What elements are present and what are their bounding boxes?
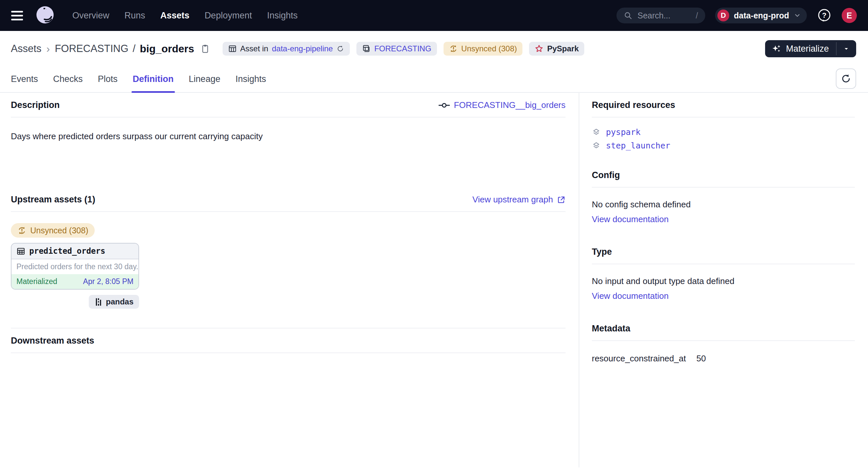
asset-card-name: predicted_orders: [29, 246, 105, 256]
search-input[interactable]: Search... /: [617, 7, 705, 23]
upstream-section-header: Upstream assets (1) View upstream graph: [11, 187, 565, 212]
breadcrumb-group[interactable]: FORECASTING: [55, 43, 129, 55]
avatar[interactable]: E: [842, 8, 857, 23]
dagster-logo[interactable]: [35, 5, 55, 26]
upstream-asset-card[interactable]: predicted_orders Predicted orders for th…: [11, 243, 139, 290]
type-section-header: Type: [592, 240, 855, 264]
type-empty-state: No input and output type data defined Vi…: [592, 264, 855, 316]
op-link[interactable]: FORECASTING__big_orders: [439, 100, 565, 110]
metadata-key: resource_constrained_at: [592, 353, 696, 364]
search-placeholder: Search...: [638, 11, 690, 21]
metadata-table: resource_constrained_at 50: [592, 341, 855, 376]
page-title: big_orders: [140, 43, 194, 55]
deployment-badge: D: [717, 9, 729, 21]
svg-text:?: ?: [822, 11, 826, 20]
downstream-title: Downstream assets: [11, 336, 94, 346]
tab-lineage[interactable]: Lineage: [189, 74, 220, 92]
resource-link[interactable]: pyspark: [606, 127, 641, 137]
deployment-switcher[interactable]: D data-eng-prod: [715, 7, 807, 23]
nav-item-runs[interactable]: Runs: [125, 10, 145, 21]
job-icon: [228, 45, 237, 53]
hamburger-icon[interactable]: [10, 8, 24, 23]
tag-group[interactable]: FORECASTING: [356, 42, 437, 56]
sync-warning-icon: [449, 45, 458, 53]
asset-card-description: Predicted orders for the next 30 day...: [11, 259, 138, 274]
table-icon: [17, 247, 25, 256]
search-shortcut: /: [696, 11, 698, 21]
search-icon: [624, 11, 632, 20]
help-icon[interactable]: ?: [817, 8, 832, 23]
resources-title: Required resources: [592, 100, 675, 110]
type-empty-text: No input and output type data defined: [592, 276, 855, 286]
tag-job-prefix: Asset in: [240, 44, 268, 53]
tab-insights[interactable]: Insights: [236, 74, 266, 92]
config-empty-state: No config schema defined View documentat…: [592, 187, 855, 240]
nav-right: Search... / D data-eng-prod ? E: [617, 7, 857, 23]
asset-tags: Asset in data-eng-pipeline FORECASTING U…: [223, 42, 585, 56]
breadcrumb: Assets › FORECASTING / big_orders: [11, 43, 194, 55]
tab-events[interactable]: Events: [11, 74, 38, 92]
metadata-row: resource_constrained_at 50: [592, 353, 855, 364]
resources-list: pyspark step_launcher: [592, 117, 855, 163]
config-empty-text: No config schema defined: [592, 200, 855, 210]
metadata-section-header: Metadata: [592, 316, 855, 341]
group-icon: [362, 45, 371, 53]
nav-item-deployment[interactable]: Deployment: [205, 10, 252, 21]
tab-plots[interactable]: Plots: [98, 74, 118, 92]
op-link-label: FORECASTING__big_orders: [454, 100, 565, 110]
materialization-timestamp[interactable]: Apr 2, 8:05 PM: [83, 277, 133, 286]
tab-definition[interactable]: Definition: [133, 74, 174, 92]
config-docs-link[interactable]: View documentation: [592, 214, 669, 225]
copy-icon[interactable]: [200, 44, 210, 54]
breadcrumb-assets[interactable]: Assets: [11, 43, 41, 55]
resource-item-pyspark: pyspark: [592, 127, 855, 137]
breadcrumb-chevron: ›: [46, 43, 51, 55]
type-docs-link[interactable]: View documentation: [592, 291, 669, 301]
page-header: Assets › FORECASTING / big_orders Asset …: [0, 31, 868, 65]
refresh-button[interactable]: [836, 68, 856, 89]
downstream-section: Downstream assets: [11, 328, 565, 353]
upstream-title: Upstream assets (1): [11, 195, 95, 205]
chevron-down-icon: [794, 12, 801, 19]
nav-item-overview[interactable]: Overview: [72, 10, 110, 21]
tag-pandas[interactable]: pandas: [89, 295, 139, 309]
metadata-title: Metadata: [592, 323, 630, 334]
tag-job-link[interactable]: data-eng-pipeline: [272, 44, 333, 53]
resource-item-step-launcher: step_launcher: [592, 141, 855, 150]
top-nav: Overview Runs Assets Deployment Insights…: [0, 0, 868, 31]
content: Description FORECASTING__big_orders Days…: [0, 93, 868, 467]
nav-item-insights[interactable]: Insights: [267, 10, 298, 21]
sparkle-icon: [772, 44, 781, 54]
tag-unsynced[interactable]: Unsynced (308): [443, 42, 522, 56]
resource-link[interactable]: step_launcher: [606, 141, 671, 150]
resources-section-header: Required resources: [592, 93, 855, 117]
description-section-header: Description FORECASTING__big_orders: [11, 93, 565, 117]
view-upstream-graph-link[interactable]: View upstream graph: [472, 195, 565, 205]
refresh-small-icon: [336, 45, 344, 53]
resource-layers-icon: [592, 128, 601, 137]
materialize-dropdown-button[interactable]: [836, 40, 856, 57]
resource-layers-icon: [592, 141, 601, 150]
type-title: Type: [592, 247, 612, 257]
upstream-body: Unsynced (308) predicted_orders Predicte…: [11, 212, 565, 309]
tag-unsynced-label: Unsynced (308): [461, 44, 517, 53]
deployment-name: data-eng-prod: [734, 11, 789, 21]
view-upstream-graph-label: View upstream graph: [472, 195, 553, 205]
tag-group-label: FORECASTING: [374, 44, 431, 53]
breadcrumb-separator: /: [133, 43, 136, 55]
tag-pyspark[interactable]: PySpark: [529, 42, 584, 56]
status-badge: Materialized: [17, 277, 57, 286]
nav-links: Overview Runs Assets Deployment Insights: [72, 10, 298, 21]
upstream-unsynced-badge[interactable]: Unsynced (308): [11, 223, 95, 238]
config-section-header: Config: [592, 163, 855, 187]
tabs: Events Checks Plots Definition Lineage I…: [11, 74, 266, 92]
tag-asset-in-job[interactable]: Asset in data-eng-pipeline: [223, 42, 350, 56]
upstream-unsynced-label: Unsynced (308): [30, 226, 88, 235]
compute-kind-row: pandas: [11, 295, 139, 309]
tab-checks[interactable]: Checks: [53, 74, 83, 92]
asset-card-footer: Materialized Apr 2, 8:05 PM: [11, 274, 138, 289]
nav-item-assets[interactable]: Assets: [160, 10, 190, 21]
sync-warning-icon: [18, 226, 26, 235]
materialize-button[interactable]: Materialize: [765, 40, 836, 57]
materialize-label: Materialize: [786, 44, 829, 54]
